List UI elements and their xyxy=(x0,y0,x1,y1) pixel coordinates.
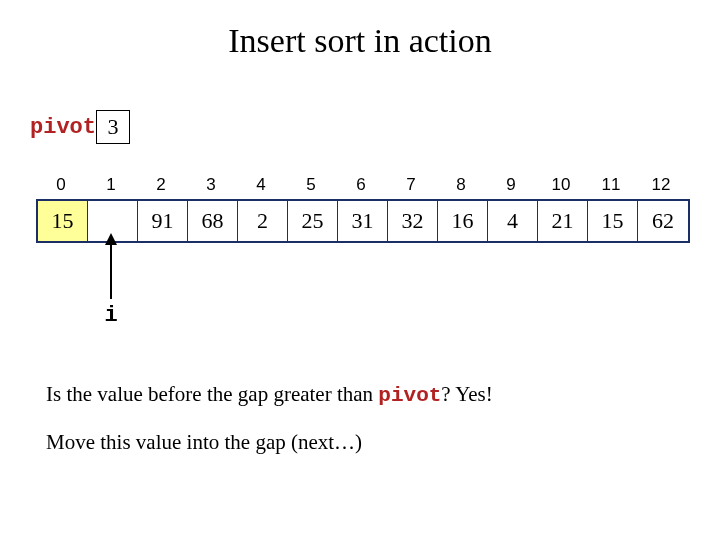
index-label: 9 xyxy=(486,175,536,199)
array-cell: 2 xyxy=(238,201,288,241)
arrow-up-icon xyxy=(105,233,117,299)
index-label: 8 xyxy=(436,175,486,199)
array-cell: 15 xyxy=(38,201,88,241)
array-cell: 15 xyxy=(588,201,638,241)
instruction-line: Move this value into the gap (next…) xyxy=(46,430,362,455)
index-label: 4 xyxy=(236,175,286,199)
index-label: 5 xyxy=(286,175,336,199)
i-pointer: i xyxy=(86,227,136,328)
array-cell: 4 xyxy=(488,201,538,241)
array-cell: 32 xyxy=(388,201,438,241)
index-label: 11 xyxy=(586,175,636,199)
pivot-label: pivot xyxy=(30,115,96,140)
index-label: 2 xyxy=(136,175,186,199)
question-prefix: Is the value before the gap greater than xyxy=(46,382,378,406)
array-cell: 31 xyxy=(338,201,388,241)
array-cell: 25 xyxy=(288,201,338,241)
index-label: 12 xyxy=(636,175,686,199)
index-label: 6 xyxy=(336,175,386,199)
pivot-keyword: pivot xyxy=(378,384,441,407)
index-label: 3 xyxy=(186,175,236,199)
array-cell: 62 xyxy=(638,201,688,241)
array-diagram: 0123456789101112 1591682253132164211562 … xyxy=(36,175,690,243)
index-label: 7 xyxy=(386,175,436,199)
question-line: Is the value before the gap greater than… xyxy=(46,382,493,407)
page-title: Insert sort in action xyxy=(0,22,720,60)
pointer-label: i xyxy=(104,303,117,328)
pivot-value-box: 3 xyxy=(96,110,130,144)
index-label: 0 xyxy=(36,175,86,199)
array-cell: 68 xyxy=(188,201,238,241)
index-label: 1 xyxy=(86,175,136,199)
index-row: 0123456789101112 xyxy=(36,175,690,199)
array-cell: 21 xyxy=(538,201,588,241)
question-suffix: ? Yes! xyxy=(441,382,492,406)
array-cell: 91 xyxy=(138,201,188,241)
array-cell: 16 xyxy=(438,201,488,241)
pivot-display: pivot 3 xyxy=(30,110,130,144)
index-label: 10 xyxy=(536,175,586,199)
